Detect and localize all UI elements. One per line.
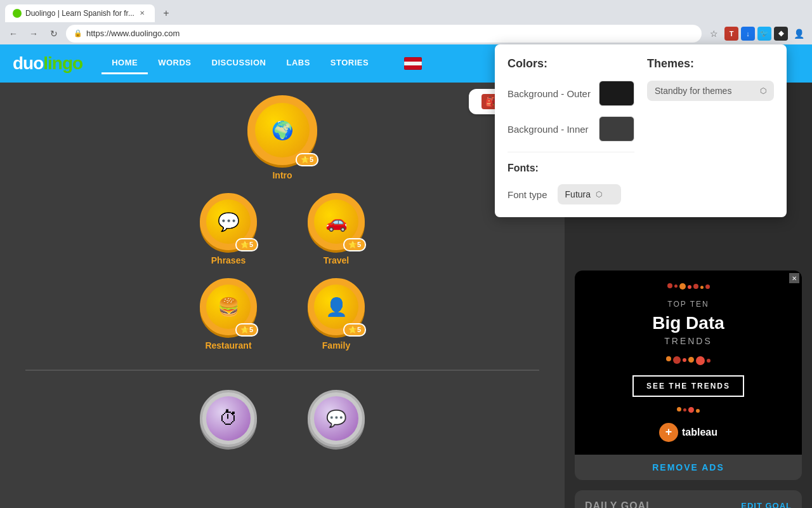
new-tab-button[interactable]: + bbox=[157, 4, 175, 22]
ad-close-button[interactable]: ✕ bbox=[789, 273, 799, 283]
tableau-plus-icon: + bbox=[659, 423, 678, 442]
ad-dot bbox=[677, 407, 681, 411]
themes-select[interactable]: Standby for themes ⬡ bbox=[647, 83, 774, 101]
browser-chrome: Duolingo | Learn Spanish for fr... ✕ + ←… bbox=[0, 0, 812, 44]
ad-see-button[interactable]: SEE THE TRENDS bbox=[632, 375, 744, 397]
skills-grid: 🌍 ⭐5 Intro 💬 ⭐5 P bbox=[0, 83, 565, 465]
skill-label-intro: Intro bbox=[272, 170, 292, 180]
ad-dot bbox=[707, 359, 710, 363]
ad-logo: + tableau bbox=[587, 423, 789, 442]
skill-inner-locked-1: ⏱ bbox=[206, 396, 251, 441]
bg-inner-row: Background - Inner bbox=[565, 116, 634, 142]
font-row: Font type Futura ⬡ bbox=[565, 184, 634, 204]
skill-travel[interactable]: 🚗 ⭐5 Travel bbox=[308, 193, 365, 265]
skills-area: 🎒 SHOP 🌍 ⭐5 Intro bbox=[0, 83, 565, 508]
colors-popup: Colors: Background - Outer Background - … bbox=[565, 83, 787, 217]
nav-home[interactable]: HOME bbox=[102, 53, 148, 74]
fonts-section: Fonts: Font type Futura ⬡ bbox=[565, 152, 634, 204]
skill-circle-phrases: 💬 ⭐5 bbox=[200, 193, 257, 250]
skill-row-4: ⏱ 💬 bbox=[200, 390, 365, 452]
bg-inner-swatch[interactable] bbox=[599, 116, 634, 142]
extension-icon-4[interactable]: ◆ bbox=[774, 27, 788, 41]
browser-actions: ☆ T ↓ 🐦 ◆ 👤 bbox=[705, 25, 807, 42]
skill-restaurant[interactable]: 🍔 ⭐5 Restaurant bbox=[200, 278, 257, 351]
nav-labs[interactable]: LABS bbox=[276, 53, 320, 74]
remove-ads-button[interactable]: REMOVE ADS bbox=[575, 455, 802, 480]
ad-dot bbox=[688, 357, 694, 363]
font-select-chevron: ⬡ bbox=[596, 190, 602, 199]
profile-button[interactable]: 👤 bbox=[790, 25, 807, 42]
page-wrapper: Duolingo | Learn Spanish for fr... ✕ + ←… bbox=[0, 0, 812, 508]
ad-dot bbox=[688, 407, 694, 413]
language-flag[interactable] bbox=[404, 57, 422, 70]
font-type-select[interactable]: Futura ⬡ bbox=[565, 184, 621, 204]
fonts-title: Fonts: bbox=[565, 163, 634, 174]
popup-grid: Colors: Background - Outer Background - … bbox=[565, 83, 774, 204]
edit-goal-button[interactable]: EDIT GOAL bbox=[741, 501, 792, 508]
themes-placeholder: Standby for themes bbox=[655, 86, 731, 96]
font-type-value: Futura bbox=[565, 189, 591, 199]
forward-button[interactable]: → bbox=[25, 25, 42, 42]
extension-icon-1[interactable]: T bbox=[724, 27, 738, 41]
ad-dot bbox=[674, 284, 678, 288]
skill-inner-travel: 🚗 bbox=[314, 199, 358, 244]
ad-dot bbox=[693, 284, 698, 289]
skill-locked-2[interactable]: 💬 bbox=[308, 390, 365, 452]
skill-circle-intro: 🌍 ⭐5 bbox=[247, 95, 317, 165]
nav-discussion[interactable]: DISCUSSION bbox=[202, 53, 277, 74]
bg-inner-label: Background - Inner bbox=[565, 124, 589, 135]
skill-circle-family: 👤 ⭐5 bbox=[308, 278, 365, 335]
right-sidebar: Colors: Background - Outer Background - … bbox=[565, 83, 812, 508]
page-content: duolingo HOME WORDS DISCUSSION LABS STOR… bbox=[0, 44, 812, 508]
nav-stories[interactable]: STORIES bbox=[320, 53, 379, 74]
bg-outer-swatch[interactable] bbox=[599, 83, 634, 106]
address-bar-row: ← → ↻ 🔒 https://www.duolingo.com ☆ T ↓ 🐦… bbox=[0, 22, 812, 44]
skill-family[interactable]: 👤 ⭐5 Family bbox=[308, 278, 365, 351]
ad-subtitle: TRENDS bbox=[587, 336, 789, 346]
skill-phrases[interactable]: 💬 ⭐5 Phrases bbox=[200, 193, 257, 265]
skill-stars-restaurant: ⭐5 bbox=[235, 323, 258, 337]
lock-icon: 🔒 bbox=[74, 29, 82, 37]
skill-circle-restaurant: 🍔 ⭐5 bbox=[200, 278, 257, 335]
colors-column: Colors: Background - Outer Background - … bbox=[565, 83, 634, 204]
nav-words[interactable]: WORDS bbox=[148, 53, 201, 74]
ad-title-big: Big Data bbox=[587, 314, 789, 333]
address-bar[interactable]: 🔒 https://www.duolingo.com bbox=[66, 25, 702, 43]
skill-row-3: 🍔 ⭐5 Restaurant 👤 ⭐5 Family bbox=[200, 278, 365, 351]
ad-title-small: TOP TEN bbox=[587, 300, 789, 309]
ad-dot bbox=[696, 409, 700, 413]
skill-inner-phrases: 💬 bbox=[206, 199, 251, 244]
skill-label-travel: Travel bbox=[324, 255, 349, 265]
extension-icon-2[interactable]: ↓ bbox=[741, 27, 755, 41]
tab-favicon bbox=[13, 9, 22, 18]
back-button[interactable]: ← bbox=[5, 25, 22, 42]
skill-label-family: Family bbox=[322, 340, 350, 351]
skill-circle-locked-1: ⏱ bbox=[200, 390, 257, 447]
ad-dot bbox=[679, 283, 686, 290]
refresh-button[interactable]: ↻ bbox=[46, 25, 62, 42]
site-nav: HOME WORDS DISCUSSION LABS STORIES bbox=[102, 53, 379, 74]
section-divider bbox=[25, 370, 539, 371]
skill-inner-intro: 🌍 bbox=[255, 103, 310, 157]
tab-bar: Duolingo | Learn Spanish for fr... ✕ + bbox=[0, 0, 812, 22]
skill-inner-restaurant: 🍔 bbox=[206, 284, 251, 329]
tab-title: Duolingo | Learn Spanish for fr... bbox=[25, 9, 134, 18]
ad-dots bbox=[587, 283, 789, 290]
ad-dot bbox=[666, 356, 671, 361]
active-tab[interactable]: Duolingo | Learn Spanish for fr... ✕ bbox=[5, 4, 155, 22]
bookmark-button[interactable]: ☆ bbox=[705, 25, 722, 42]
themes-column: Themes: Standby for themes ⬡ bbox=[647, 83, 774, 204]
ad-dot bbox=[700, 286, 704, 289]
tab-close-button[interactable]: ✕ bbox=[137, 8, 147, 18]
skill-inner-family: 👤 bbox=[314, 284, 358, 329]
site-logo[interactable]: duolingo bbox=[13, 53, 82, 74]
ad-dot bbox=[667, 283, 672, 288]
skill-inner-locked-2: 💬 bbox=[314, 396, 358, 441]
skill-intro[interactable]: 🌍 ⭐5 Intro bbox=[247, 95, 317, 180]
ad-dot bbox=[673, 356, 681, 364]
skill-circle-locked-2: 💬 bbox=[308, 390, 365, 447]
ad-dot bbox=[683, 358, 686, 362]
main-layout: 🎒 SHOP 🌍 ⭐5 Intro bbox=[0, 83, 812, 508]
extension-icon-3[interactable]: 🐦 bbox=[757, 27, 771, 41]
skill-locked-1[interactable]: ⏱ bbox=[200, 390, 257, 452]
